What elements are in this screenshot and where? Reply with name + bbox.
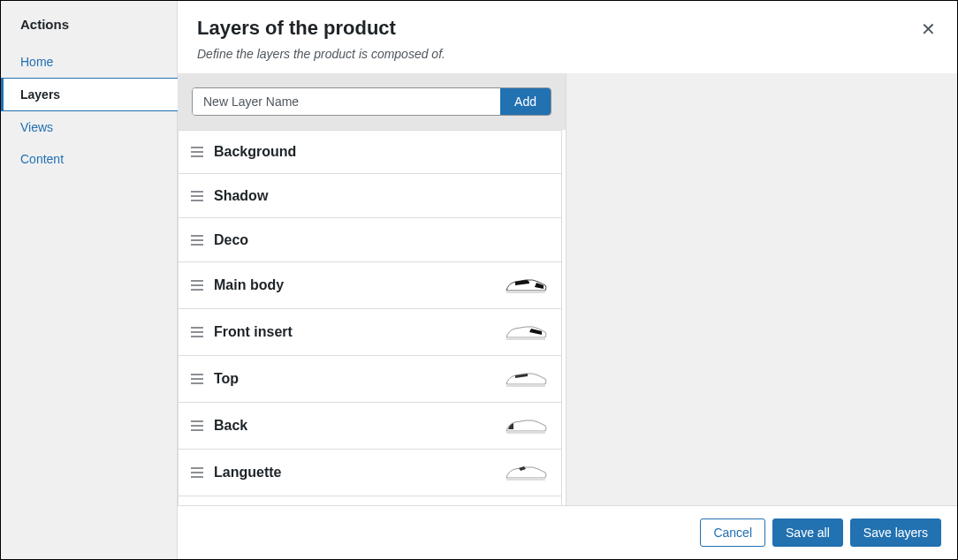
layer-name: Deco	[214, 232, 549, 248]
page-subtitle: Define the layers the product is compose…	[197, 47, 938, 61]
save-layers-button[interactable]: Save layers	[850, 518, 941, 547]
layer-thumbnail	[503, 320, 549, 344]
layer-row[interactable]: Front insert	[178, 309, 562, 356]
drag-handle-icon[interactable]	[191, 467, 203, 478]
sidebar-item-layers[interactable]: Layers	[1, 78, 178, 111]
main-content: Layers of the product Define the layers …	[178, 1, 957, 559]
drag-handle-icon[interactable]	[191, 420, 203, 431]
layer-name: Background	[214, 144, 549, 160]
layer-row[interactable]: Main body	[178, 262, 562, 309]
cancel-button[interactable]: Cancel	[700, 518, 765, 547]
layer-thumbnail	[503, 273, 549, 298]
layer-row[interactable]: Back	[178, 403, 562, 450]
layer-thumbnail	[503, 413, 549, 438]
drag-handle-icon[interactable]	[191, 327, 203, 337]
sidebar-item-content[interactable]: Content	[1, 143, 177, 175]
header: Layers of the product Define the layers …	[178, 1, 957, 73]
save-all-button[interactable]: Save all	[772, 518, 843, 547]
layers-panel: Add Background Shadow Deco	[178, 73, 566, 505]
drag-handle-icon[interactable]	[191, 374, 203, 384]
layer-thumbnail	[503, 460, 549, 485]
layer-name: Front insert	[214, 324, 503, 340]
layer-row[interactable]: Shadow	[178, 174, 562, 218]
drag-handle-icon[interactable]	[191, 235, 203, 246]
sidebar-item-views[interactable]: Views	[1, 111, 177, 143]
layers-list[interactable]: Background Shadow Deco Main body	[178, 130, 566, 505]
add-layer-bar: Add	[178, 73, 566, 130]
layer-row[interactable]: Deco	[178, 218, 562, 262]
add-layer-button[interactable]: Add	[500, 88, 551, 115]
close-icon: ✕	[921, 19, 936, 39]
close-button[interactable]: ✕	[917, 15, 939, 43]
sidebar: Actions Home Layers Views Content	[1, 1, 178, 559]
layer-name: Main body	[214, 277, 503, 293]
footer: Cancel Save all Save layers	[178, 505, 957, 559]
new-layer-input[interactable]	[193, 88, 500, 115]
sidebar-item-home[interactable]: Home	[1, 46, 177, 78]
layer-name: Back	[214, 418, 503, 434]
layer-name: Shadow	[214, 188, 549, 204]
detail-panel	[566, 73, 957, 505]
layer-row[interactable]: Top	[178, 356, 562, 403]
layer-name: Top	[214, 371, 503, 387]
layer-row[interactable]: Background	[178, 130, 562, 174]
layer-name: Languette	[214, 465, 503, 481]
drag-handle-icon[interactable]	[191, 280, 203, 291]
page-title: Layers of the product	[197, 17, 938, 40]
layer-thumbnail	[503, 367, 549, 391]
drag-handle-icon[interactable]	[191, 191, 203, 201]
layer-row[interactable]	[178, 496, 562, 505]
sidebar-title: Actions	[1, 17, 177, 46]
layer-row[interactable]: Languette	[178, 450, 562, 496]
drag-handle-icon[interactable]	[191, 147, 203, 157]
